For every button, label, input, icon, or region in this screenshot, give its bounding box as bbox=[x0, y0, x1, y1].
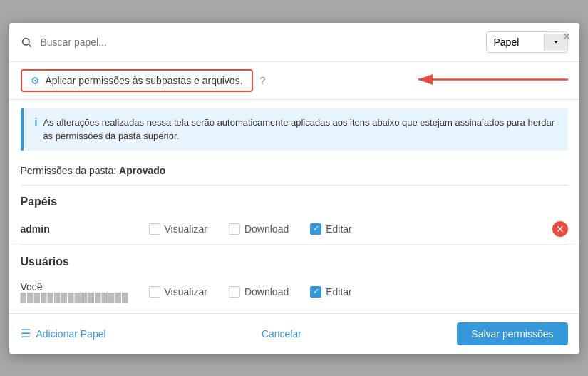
apply-permissions-bar: ⚙ Aplicar permissões às subpastas e arqu… bbox=[9, 62, 579, 100]
role-admin-editar-label: Editar bbox=[326, 223, 352, 235]
add-papel-label: Adicionar Papel bbox=[36, 328, 106, 340]
role-admin-editar-checkbox[interactable] bbox=[310, 223, 321, 235]
user-email-voce: ████████████████ bbox=[21, 293, 149, 303]
close-button[interactable]: × bbox=[563, 30, 571, 43]
user-voce-download-checkbox[interactable] bbox=[229, 286, 240, 298]
role-admin-download-checkbox[interactable] bbox=[229, 223, 240, 235]
user-voce-editar: Editar bbox=[310, 286, 352, 298]
user-voce-visualizar-label: Visualizar bbox=[165, 286, 207, 298]
user-voce-permissions: Visualizar Download Editar bbox=[149, 286, 568, 298]
save-permissions-button[interactable]: Salvar permissões bbox=[457, 322, 567, 345]
papeis-section-title: Papéis bbox=[9, 186, 579, 214]
list-icon: ☰ bbox=[21, 327, 31, 340]
role-admin-visualizar-checkbox[interactable] bbox=[149, 223, 160, 235]
folder-permissions-label: Permissões da pasta: bbox=[21, 165, 117, 176]
role-admin-visualizar: Visualizar bbox=[149, 223, 207, 235]
info-icon: i bbox=[35, 116, 38, 128]
user-voce-editar-label: Editar bbox=[326, 286, 352, 298]
user-name-voce: Você bbox=[21, 281, 149, 293]
svg-point-0 bbox=[22, 38, 29, 44]
role-admin-visualizar-label: Visualizar bbox=[165, 223, 207, 235]
apply-permissions-button[interactable]: ⚙ Aplicar permissões às subpastas e arqu… bbox=[21, 69, 253, 92]
cancel-button[interactable]: Cancelar bbox=[262, 328, 301, 340]
info-text: As alterações realizadas nessa tela serã… bbox=[43, 116, 556, 143]
role-admin-download: Download bbox=[229, 223, 289, 235]
gear-icon: ⚙ bbox=[31, 75, 40, 86]
svg-line-1 bbox=[29, 44, 31, 47]
role-row-admin: admin Visualizar Download Editar ✕ bbox=[9, 214, 579, 245]
folder-permissions-line: Permissões da pasta: Aprovado bbox=[9, 159, 579, 185]
add-papel-button[interactable]: ☰ Adicionar Papel bbox=[21, 327, 106, 340]
usuarios-section-title: Usuários bbox=[9, 245, 579, 274]
papel-select[interactable]: Papel bbox=[487, 32, 544, 52]
user-voce-download-label: Download bbox=[244, 286, 289, 298]
user-row-voce: Você ████████████████ Visualizar Downloa… bbox=[9, 274, 579, 310]
papel-select-wrap: Papel bbox=[486, 31, 568, 53]
role-name-admin: admin bbox=[21, 223, 149, 235]
user-name-block: Você ████████████████ bbox=[21, 281, 149, 303]
role-admin-permissions: Visualizar Download Editar bbox=[149, 223, 541, 235]
user-voce-visualizar-checkbox[interactable] bbox=[149, 286, 160, 298]
user-voce-download: Download bbox=[229, 286, 289, 298]
modal-footer: ☰ Adicionar Papel Cancelar Salvar permis… bbox=[9, 313, 579, 354]
user-voce-editar-checkbox[interactable] bbox=[310, 286, 321, 298]
modal-header: Papel × bbox=[9, 23, 579, 62]
role-admin-download-label: Download bbox=[244, 223, 289, 235]
usuarios-section: Usuários Você ████████████████ Visualiza… bbox=[9, 245, 579, 313]
red-arrow-annotation bbox=[411, 71, 568, 90]
apply-permissions-label: Aplicar permissões às subpastas e arquiv… bbox=[46, 75, 243, 86]
modal: Papel × ⚙ Aplicar permissões às subpasta… bbox=[9, 23, 579, 354]
user-voce-visualizar: Visualizar bbox=[149, 286, 207, 298]
search-input[interactable] bbox=[41, 36, 478, 48]
modal-overlay: Papel × ⚙ Aplicar permissões às subpasta… bbox=[0, 0, 588, 376]
help-icon[interactable]: ? bbox=[260, 75, 266, 86]
role-admin-editar: Editar bbox=[310, 223, 352, 235]
search-icon bbox=[21, 36, 32, 48]
folder-permissions-value: Aprovado bbox=[119, 165, 165, 176]
role-admin-delete-button[interactable]: ✕ bbox=[552, 221, 568, 237]
info-banner: i As alterações realizadas nessa tela se… bbox=[21, 108, 568, 151]
